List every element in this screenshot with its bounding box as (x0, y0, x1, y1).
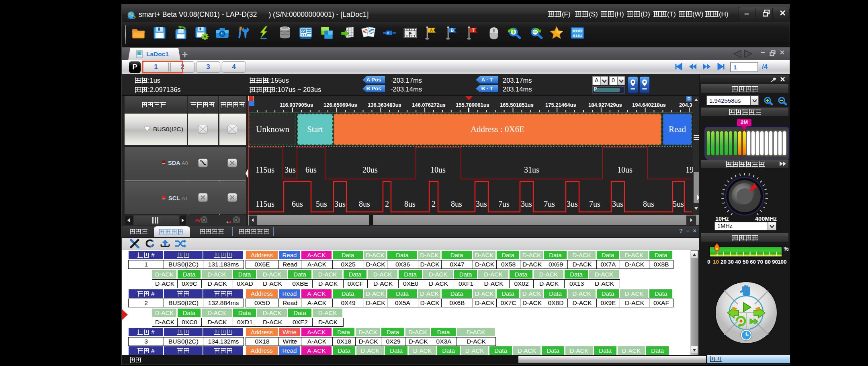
svg-text:0101: 0101 (573, 29, 582, 33)
svg-text:T: T (472, 28, 475, 33)
svg-text:A: A (430, 28, 433, 33)
svg-text:0101: 0101 (573, 34, 582, 38)
svg-text:B: B (451, 28, 454, 33)
